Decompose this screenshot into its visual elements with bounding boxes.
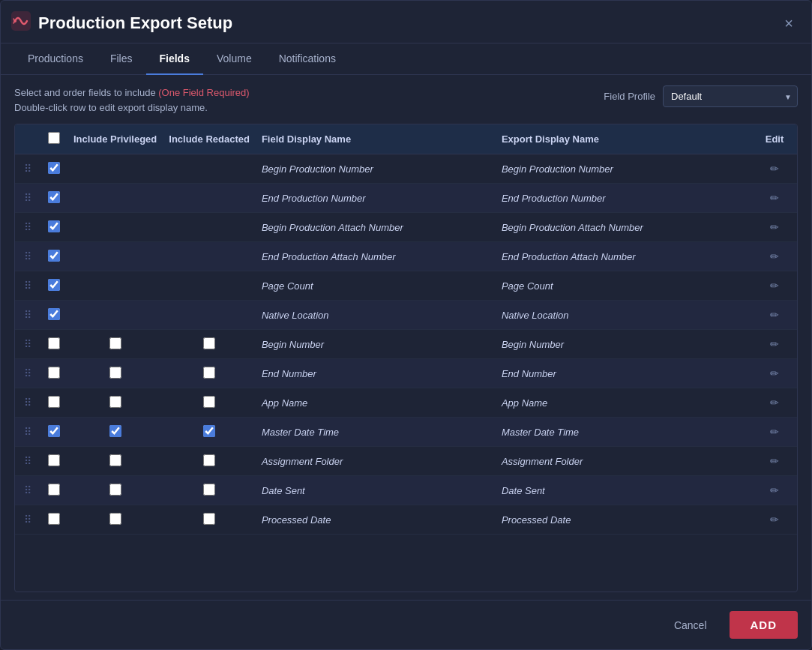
include-redacted-cell bbox=[163, 184, 256, 213]
privileged-checkbox[interactable] bbox=[109, 513, 121, 525]
redacted-checkbox[interactable] bbox=[203, 396, 215, 408]
export-display-name-cell: Master Date Time bbox=[496, 418, 752, 447]
include-checkbox[interactable] bbox=[48, 220, 60, 232]
edit-button[interactable]: ✏ bbox=[766, 454, 784, 469]
table-row: ⠿Processed DateProcessed Date✏ bbox=[15, 505, 797, 535]
include-privileged-cell bbox=[67, 213, 163, 242]
drag-icon[interactable]: ⠿ bbox=[21, 367, 34, 379]
redacted-checkbox[interactable] bbox=[203, 484, 215, 496]
include-checkbox[interactable] bbox=[48, 425, 60, 437]
include-checkbox[interactable] bbox=[48, 250, 60, 262]
tab-fields[interactable]: Fields bbox=[146, 43, 203, 75]
drag-icon[interactable]: ⠿ bbox=[21, 338, 34, 350]
drag-handle[interactable]: ⠿ bbox=[15, 301, 40, 330]
drag-handle[interactable]: ⠿ bbox=[15, 154, 40, 184]
include-privileged-cell bbox=[67, 505, 163, 535]
include-checkbox[interactable] bbox=[48, 162, 60, 174]
edit-cell: ✏ bbox=[752, 271, 797, 301]
field-profile-row: Field Profile Default Custom All Fields bbox=[604, 85, 798, 107]
tab-files[interactable]: Files bbox=[97, 43, 146, 75]
edit-button[interactable]: ✏ bbox=[766, 278, 784, 293]
drag-handle[interactable]: ⠿ bbox=[15, 184, 40, 213]
privileged-checkbox[interactable] bbox=[109, 425, 121, 437]
modal-header: Production Export Setup × bbox=[1, 1, 811, 43]
drag-icon[interactable]: ⠿ bbox=[21, 192, 34, 204]
include-checkbox[interactable] bbox=[48, 367, 60, 379]
table-row: ⠿Begin Production Attach NumberBegin Pro… bbox=[15, 213, 797, 242]
drag-icon[interactable]: ⠿ bbox=[21, 455, 34, 467]
drag-handle[interactable]: ⠿ bbox=[15, 476, 40, 505]
edit-button[interactable]: ✏ bbox=[766, 161, 784, 176]
redacted-checkbox[interactable] bbox=[203, 513, 215, 525]
drag-handle[interactable]: ⠿ bbox=[15, 271, 40, 301]
drag-icon[interactable]: ⠿ bbox=[21, 280, 34, 292]
include-checkbox[interactable] bbox=[48, 308, 60, 320]
edit-button[interactable]: ✏ bbox=[766, 395, 784, 410]
table-row: ⠿End NumberEnd Number✏ bbox=[15, 359, 797, 388]
redacted-checkbox[interactable] bbox=[203, 454, 215, 466]
drag-handle[interactable]: ⠿ bbox=[15, 388, 40, 418]
edit-button[interactable]: ✏ bbox=[766, 366, 784, 381]
edit-button[interactable]: ✏ bbox=[766, 307, 784, 322]
include-cell bbox=[40, 271, 67, 301]
edit-cell: ✏ bbox=[752, 213, 797, 242]
cancel-button[interactable]: Cancel bbox=[661, 613, 721, 637]
privileged-checkbox[interactable] bbox=[109, 396, 121, 408]
redacted-checkbox[interactable] bbox=[203, 367, 215, 379]
privileged-checkbox[interactable] bbox=[109, 454, 121, 466]
include-checkbox[interactable] bbox=[48, 279, 60, 291]
privileged-checkbox[interactable] bbox=[109, 367, 121, 379]
drag-icon[interactable]: ⠿ bbox=[21, 163, 34, 175]
tab-productions[interactable]: Productions bbox=[14, 43, 97, 75]
drag-icon[interactable]: ⠿ bbox=[21, 221, 34, 233]
include-checkbox[interactable] bbox=[48, 396, 60, 408]
table-row: ⠿Assignment FolderAssignment Folder✏ bbox=[15, 447, 797, 476]
redacted-checkbox[interactable] bbox=[203, 425, 215, 437]
drag-handle[interactable]: ⠿ bbox=[15, 418, 40, 447]
export-display-name-cell: Assignment Folder bbox=[496, 447, 752, 476]
drag-handle[interactable]: ⠿ bbox=[15, 359, 40, 388]
drag-icon[interactable]: ⠿ bbox=[21, 426, 34, 438]
drag-icon[interactable]: ⠿ bbox=[21, 514, 34, 526]
include-cell bbox=[40, 447, 67, 476]
include-checkbox[interactable] bbox=[48, 454, 60, 466]
drag-icon[interactable]: ⠿ bbox=[21, 309, 34, 321]
drag-icon[interactable]: ⠿ bbox=[21, 484, 34, 496]
info-row: Select and order fields to include (One … bbox=[14, 85, 798, 115]
include-checkbox[interactable] bbox=[48, 337, 60, 349]
drag-icon[interactable]: ⠿ bbox=[21, 397, 34, 409]
edit-button[interactable]: ✏ bbox=[766, 220, 784, 235]
edit-button[interactable]: ✏ bbox=[766, 249, 784, 264]
include-checkbox[interactable] bbox=[48, 484, 60, 496]
tab-volume[interactable]: Volume bbox=[203, 43, 265, 75]
drag-handle[interactable]: ⠿ bbox=[15, 213, 40, 242]
edit-button[interactable]: ✏ bbox=[766, 512, 784, 527]
drag-icon[interactable]: ⠿ bbox=[21, 250, 34, 262]
edit-cell: ✏ bbox=[752, 418, 797, 447]
include-redacted-cell bbox=[163, 271, 256, 301]
field-profile-select[interactable]: Default Custom All Fields bbox=[663, 85, 798, 107]
edit-button[interactable]: ✏ bbox=[766, 190, 784, 205]
privileged-checkbox[interactable] bbox=[109, 484, 121, 496]
add-button[interactable]: ADD bbox=[730, 611, 799, 639]
edit-button[interactable]: ✏ bbox=[766, 424, 784, 439]
include-cell bbox=[40, 418, 67, 447]
drag-handle[interactable]: ⠿ bbox=[15, 330, 40, 359]
include-redacted-cell bbox=[163, 154, 256, 184]
export-display-name-cell: End Production Attach Number bbox=[496, 242, 752, 271]
include-checkbox[interactable] bbox=[48, 191, 60, 203]
redacted-checkbox[interactable] bbox=[203, 337, 215, 349]
edit-button[interactable]: ✏ bbox=[766, 337, 784, 352]
tab-notifications[interactable]: Notifications bbox=[265, 43, 349, 75]
include-cell bbox=[40, 388, 67, 418]
include-checkbox[interactable] bbox=[48, 513, 60, 525]
select-all-checkbox[interactable] bbox=[48, 132, 60, 144]
col-include-redacted: Include Redacted bbox=[163, 124, 256, 154]
drag-handle[interactable]: ⠿ bbox=[15, 505, 40, 535]
privileged-checkbox[interactable] bbox=[109, 337, 121, 349]
drag-handle[interactable]: ⠿ bbox=[15, 242, 40, 271]
drag-handle[interactable]: ⠿ bbox=[15, 447, 40, 476]
table-row: ⠿App NameApp Name✏ bbox=[15, 388, 797, 418]
edit-button[interactable]: ✏ bbox=[766, 483, 784, 498]
close-button[interactable]: × bbox=[780, 13, 798, 34]
